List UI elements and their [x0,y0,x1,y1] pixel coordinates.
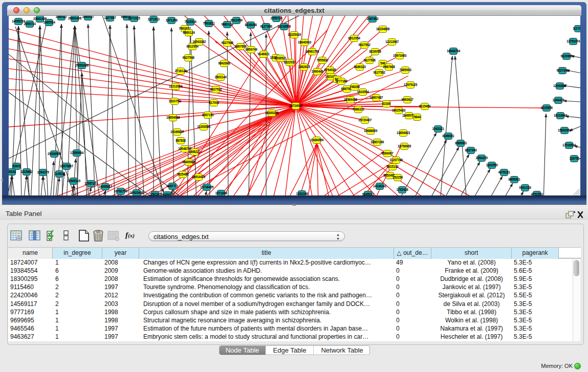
svg-text:23691406: 23691406 [33,17,47,20]
svg-text:1498222: 1498222 [189,150,201,154]
svg-text:13751074: 13751074 [567,39,580,43]
svg-text:9777169: 9777169 [336,79,348,83]
svg-text:1071915: 1071915 [128,16,141,20]
svg-text:1043321: 1043321 [432,127,445,130]
svg-text:8912954: 8912954 [231,18,243,22]
svg-text:5844: 5844 [413,115,421,119]
svg-text:10688609: 10688609 [364,129,378,133]
svg-text:252254: 252254 [393,176,403,179]
svg-text:3389083: 3389083 [455,141,467,145]
svg-text:12218506: 12218506 [277,25,291,28]
svg-text:1327607: 1327607 [104,16,117,19]
svg-text:16961758: 16961758 [306,50,319,53]
svg-text:17016534: 17016534 [562,143,576,147]
svg-text:7663821: 7663821 [203,21,215,25]
svg-text:2967608: 2967608 [383,65,396,69]
svg-text:2654235: 2654235 [476,156,488,160]
svg-text:546: 546 [380,61,386,65]
svg-text:15720407: 15720407 [358,118,372,122]
svg-text:10607487: 10607487 [369,96,383,99]
svg-text:1161559: 1161559 [486,163,498,167]
svg-text:4752553: 4752553 [531,192,543,195]
svg-text:9329965: 9329965 [561,54,573,58]
svg-text:8454749: 8454749 [246,48,258,51]
svg-text:1065327: 1065327 [56,16,68,18]
svg-text:8912954: 8912954 [349,36,361,40]
svg-text:1071913: 1071913 [148,17,160,21]
svg-text:8637940: 8637940 [465,148,477,152]
svg-text:746266: 746266 [350,85,360,89]
svg-text:887833: 887833 [176,139,186,142]
svg-text:1538521: 1538521 [275,56,287,60]
svg-text:1610753: 1610753 [169,99,181,103]
svg-text:2803144: 2803144 [215,75,227,79]
svg-text:8226058: 8226058 [245,23,257,27]
svg-text:9245011: 9245011 [362,192,374,195]
svg-text:1292346: 1292346 [296,192,309,195]
svg-text:3215958: 3215958 [541,106,553,110]
svg-text:1024554: 1024554 [357,90,369,94]
svg-text:7485003: 7485003 [400,68,412,72]
svg-text:16543382: 16543382 [192,40,206,43]
svg-text:1292345: 1292345 [149,192,162,195]
svg-text:16914479: 16914479 [192,175,206,179]
svg-text:10975867: 10975867 [60,164,74,168]
svg-text:18807249: 18807249 [371,140,384,144]
svg-text:2087682: 2087682 [367,17,379,20]
svg-text:14136141: 14136141 [373,184,387,188]
svg-text:16648784: 16648784 [447,49,461,53]
svg-text:12213967: 12213967 [385,40,399,43]
svg-text:8196001: 8196001 [443,134,455,138]
svg-text:16154808: 16154808 [376,27,390,31]
svg-text:2055724: 2055724 [271,16,283,20]
svg-text:2367608: 2367608 [235,45,247,48]
svg-text:8322037: 8322037 [284,60,296,64]
svg-text:9115460: 9115460 [419,104,431,108]
svg-text:16095817: 16095817 [99,185,113,188]
svg-text:19654983: 19654983 [166,116,180,119]
svg-text:39152: 39152 [9,170,16,173]
svg-text:18300295: 18300295 [265,111,279,115]
svg-text:3267150: 3267150 [202,113,214,117]
svg-text:1294275: 1294275 [37,170,50,174]
svg-text:9327508: 9327508 [222,41,234,45]
svg-text:114519: 114519 [54,172,64,176]
svg-text:9457771: 9457771 [167,184,179,188]
svg-text:11353584: 11353584 [197,125,210,128]
svg-text:1215682: 1215682 [21,170,33,173]
svg-text:9245012: 9245012 [162,193,174,195]
svg-text:9146821: 9146821 [258,52,270,56]
svg-text:1065527: 1065527 [82,16,95,18]
svg-text:116753: 116753 [569,157,579,160]
svg-text:9127508: 9127508 [260,25,273,28]
svg-text:12093827: 12093827 [553,84,567,87]
svg-text:9084067: 9084067 [382,151,394,155]
svg-text:12975125: 12975125 [404,83,418,86]
svg-text:19166827: 19166827 [170,130,184,134]
svg-text:17859934: 17859934 [70,151,84,155]
svg-text:19384554: 19384554 [310,138,324,142]
svg-text:1571649: 1571649 [215,191,228,195]
svg-text:2718126: 2718126 [175,69,187,73]
svg-text:9327502: 9327502 [359,43,371,47]
svg-text:15716485: 15716485 [200,185,214,189]
svg-text:18640910: 18640910 [298,40,312,44]
svg-text:8495931: 8495931 [509,178,521,181]
svg-text:10025433: 10025433 [392,108,406,112]
svg-text:9227342: 9227342 [557,69,569,72]
svg-text:16210643: 16210643 [554,114,568,117]
svg-text:2055714: 2055714 [24,22,36,26]
svg-text:1615132: 1615132 [387,165,399,168]
svg-text:1117304: 1117304 [573,27,580,30]
svg-text:8427532: 8427532 [210,87,223,91]
svg-text:62160: 62160 [382,102,391,105]
svg-text:20364436: 20364436 [344,98,358,101]
svg-text:1065514: 1065514 [43,20,56,24]
svg-text:8226058: 8226058 [369,50,382,53]
svg-text:8660124: 8660124 [183,31,195,34]
svg-text:33901: 33901 [12,164,21,168]
svg-text:19756928: 19756928 [398,144,411,148]
svg-text:9127508: 9127508 [364,58,376,62]
svg-text:18724007: 18724007 [289,104,303,107]
svg-text:7625402: 7625402 [177,172,189,176]
